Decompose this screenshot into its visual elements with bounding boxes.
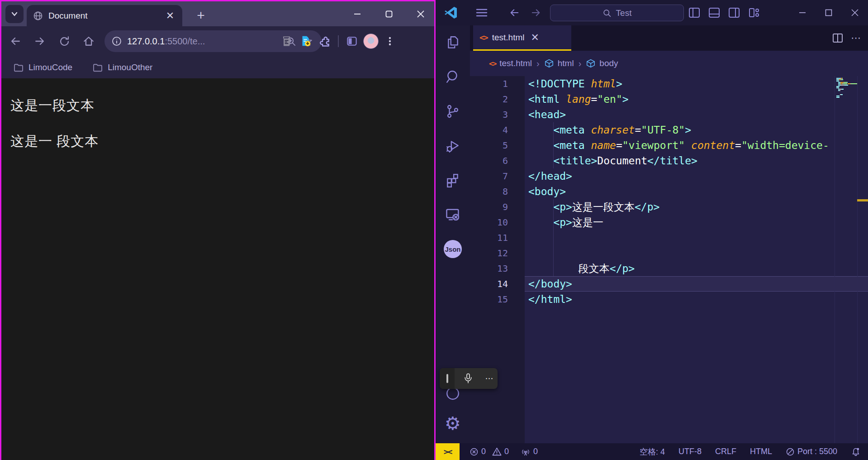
customize-layout-button[interactable] bbox=[744, 3, 764, 23]
breadcrumb-file[interactable]: <> test.html bbox=[489, 58, 532, 68]
vscode-close-button[interactable] bbox=[842, 0, 868, 25]
code-line[interactable]: 1<!DOCTYPE html> bbox=[470, 76, 868, 91]
extensions-icon bbox=[445, 172, 460, 188]
web-page-content: 这是一段文本 这是一 段文本 bbox=[1, 78, 434, 460]
site-info-icon[interactable] bbox=[111, 35, 123, 47]
browser-tab[interactable]: Document ✕ bbox=[27, 5, 182, 26]
avatar bbox=[363, 34, 379, 49]
reload-icon bbox=[58, 35, 71, 48]
scrollbar[interactable] bbox=[857, 76, 868, 443]
broadcast-tower-icon bbox=[521, 447, 531, 457]
dictation-toolbar: ⋯ bbox=[440, 368, 498, 389]
hamburger-menu-icon bbox=[476, 8, 488, 18]
code-line[interactable]: 7</head> bbox=[470, 168, 868, 184]
navigate-back-button[interactable] bbox=[504, 3, 524, 23]
code-line[interactable]: 12 bbox=[470, 245, 868, 261]
tab-close-icon[interactable]: ✕ bbox=[164, 10, 176, 22]
code-line[interactable]: 15</html> bbox=[470, 292, 868, 307]
chevron-down-icon bbox=[10, 10, 19, 18]
reload-button[interactable] bbox=[55, 32, 74, 51]
explorer-button[interactable] bbox=[436, 25, 470, 60]
encoding-status[interactable]: UTF-8 bbox=[678, 447, 702, 456]
toggle-sidebar-button[interactable] bbox=[684, 3, 704, 23]
vscode-logo-icon bbox=[444, 5, 458, 20]
vscode-maximize-button[interactable] bbox=[816, 0, 842, 25]
json-badge-icon: Json bbox=[444, 240, 462, 258]
source-control-button[interactable] bbox=[436, 94, 470, 129]
download-extension-button[interactable] bbox=[296, 32, 315, 51]
warning-triangle-icon bbox=[492, 447, 502, 456]
notifications-button[interactable] bbox=[851, 447, 861, 457]
code-line[interactable]: 13 段文本</p> bbox=[470, 261, 868, 276]
code-line[interactable]: 3<head> bbox=[470, 107, 868, 122]
broadcast-status[interactable]: 0 bbox=[521, 447, 538, 457]
language-mode-status[interactable]: HTML bbox=[750, 447, 772, 456]
reading-list-button[interactable] bbox=[277, 32, 296, 51]
code-line[interactable]: 8<body> bbox=[470, 184, 868, 199]
bookmark-folder-limoucode[interactable]: LimouCode bbox=[13, 62, 72, 73]
more-actions-icon[interactable]: ⋯ bbox=[851, 32, 862, 44]
editor-tab-strip: <> test.html ✕ ⋯ bbox=[470, 25, 868, 51]
dictation-more-button[interactable]: ⋯ bbox=[481, 374, 498, 383]
browser-minimize-button[interactable] bbox=[347, 6, 368, 22]
minimize-icon bbox=[798, 9, 806, 17]
indent-guide bbox=[553, 199, 554, 276]
settings-button[interactable]: ⚙ bbox=[436, 406, 470, 441]
tab-test-html[interactable]: <> test.html ✕ bbox=[473, 25, 571, 51]
extensions-view-button[interactable] bbox=[436, 163, 470, 197]
json-extension-button[interactable]: Json bbox=[436, 232, 470, 266]
browser-maximize-button[interactable] bbox=[379, 6, 399, 22]
browser-menu-button[interactable] bbox=[380, 32, 399, 51]
breadcrumb-html[interactable]: html bbox=[544, 58, 574, 68]
port-status[interactable]: Port : 5500 bbox=[786, 447, 837, 456]
microphone-icon bbox=[463, 373, 474, 384]
code-line[interactable]: 5 <meta name="viewport" content="width=d… bbox=[470, 138, 868, 153]
code-line[interactable]: 6 <title>Document</title> bbox=[470, 153, 868, 168]
vscode-minimize-button[interactable] bbox=[789, 0, 816, 25]
bookmark-folder-limouother[interactable]: LimouOther bbox=[92, 62, 152, 73]
layout-controls bbox=[684, 0, 764, 25]
breadcrumb-body[interactable]: body bbox=[586, 58, 618, 68]
problems-warnings[interactable]: 0 bbox=[492, 447, 509, 456]
eol-status[interactable]: CRLF bbox=[715, 447, 736, 456]
code-line[interactable]: 9 <p>这是一段文本</p> bbox=[470, 199, 868, 215]
run-debug-button[interactable] bbox=[436, 129, 470, 163]
breadcrumb-label: html bbox=[558, 58, 574, 68]
remote-indicator[interactable]: >< bbox=[436, 443, 460, 460]
code-lines: 1<!DOCTYPE html>2<html lang="en">3<head>… bbox=[470, 76, 868, 307]
toggle-secondary-sidebar-button[interactable] bbox=[724, 3, 744, 23]
dictation-handle[interactable] bbox=[440, 368, 455, 389]
split-editor-icon[interactable] bbox=[833, 34, 843, 43]
menu-button[interactable] bbox=[472, 3, 492, 23]
side-panel-button[interactable] bbox=[342, 32, 361, 51]
forward-button[interactable] bbox=[30, 32, 49, 51]
minimap[interactable] bbox=[835, 76, 857, 443]
code-line[interactable]: 14</body> bbox=[470, 276, 868, 292]
extensions-menu-button[interactable] bbox=[315, 32, 334, 51]
code-editor[interactable]: 1<!DOCTYPE html>2<html lang="en">3<head>… bbox=[470, 76, 868, 443]
command-center-search[interactable]: Test bbox=[550, 5, 684, 21]
profile-button[interactable] bbox=[361, 32, 380, 51]
html-file-icon: <> bbox=[479, 33, 488, 42]
new-tab-button[interactable]: + bbox=[193, 8, 209, 23]
url-text: 127.0.0.1:5500/te... bbox=[127, 36, 283, 47]
dictation-mic-button[interactable] bbox=[455, 373, 481, 384]
navigate-forward-button[interactable] bbox=[526, 3, 546, 23]
broadcast-count: 0 bbox=[533, 447, 538, 456]
code-line[interactable]: 2<html lang="en"> bbox=[470, 91, 868, 107]
chevron-right-icon: › bbox=[536, 58, 540, 69]
back-button[interactable] bbox=[6, 32, 25, 51]
code-line[interactable]: 11 bbox=[470, 230, 868, 245]
tab-search-button[interactable] bbox=[5, 5, 24, 23]
code-line[interactable]: 10 <p>这是一 bbox=[470, 215, 868, 230]
indentation-status[interactable]: 空格: 4 bbox=[640, 446, 665, 457]
browser-close-button[interactable] bbox=[410, 6, 431, 22]
vscode-window: Test bbox=[436, 0, 868, 460]
live-preview-button[interactable] bbox=[436, 197, 470, 232]
problems-errors[interactable]: 0 bbox=[470, 447, 486, 456]
code-line[interactable]: 4 <meta charset="UTF-8"> bbox=[470, 122, 868, 138]
tab-close-icon[interactable]: ✕ bbox=[531, 32, 539, 43]
search-view-button[interactable] bbox=[436, 60, 470, 94]
toggle-panel-button[interactable] bbox=[704, 3, 724, 23]
home-button[interactable] bbox=[79, 32, 98, 51]
